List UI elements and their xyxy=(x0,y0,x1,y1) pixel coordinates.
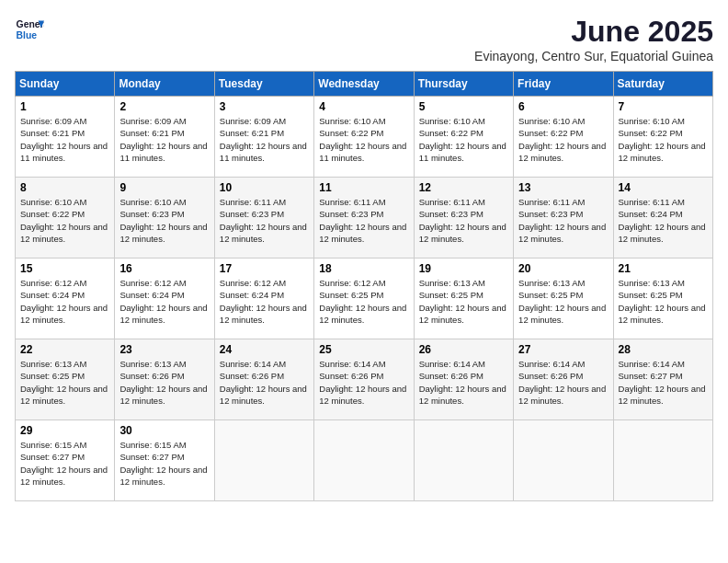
month-title: June 2025 xyxy=(474,15,713,49)
day-number: 4 xyxy=(319,100,408,113)
day-info: Sunrise: 6:14 AMSunset: 6:26 PMDaylight:… xyxy=(419,359,506,406)
day-number: 24 xyxy=(220,343,309,356)
day-number: 21 xyxy=(619,262,708,275)
calendar-cell: 10 Sunrise: 6:11 AMSunset: 6:23 PMDaylig… xyxy=(214,178,313,259)
day-number: 19 xyxy=(419,262,508,275)
calendar-header-thursday: Thursday xyxy=(414,72,513,97)
calendar-cell: 27 Sunrise: 6:14 AMSunset: 6:26 PMDaylig… xyxy=(514,339,613,420)
calendar-week-3: 15 Sunrise: 6:12 AMSunset: 6:24 PMDaylig… xyxy=(16,259,713,339)
day-number: 25 xyxy=(319,343,408,356)
day-info: Sunrise: 6:09 AMSunset: 6:21 PMDaylight:… xyxy=(20,116,108,163)
day-info: Sunrise: 6:09 AMSunset: 6:21 PMDaylight:… xyxy=(220,116,307,163)
day-info: Sunrise: 6:13 AMSunset: 6:26 PMDaylight:… xyxy=(119,359,207,406)
calendar-cell: 18 Sunrise: 6:12 AMSunset: 6:25 PMDaylig… xyxy=(314,259,414,339)
day-info: Sunrise: 6:14 AMSunset: 6:27 PMDaylight:… xyxy=(619,359,706,406)
calendar-cell: 24 Sunrise: 6:14 AMSunset: 6:26 PMDaylig… xyxy=(214,339,313,420)
day-number: 29 xyxy=(20,424,109,437)
day-info: Sunrise: 6:13 AMSunset: 6:25 PMDaylight:… xyxy=(20,359,108,406)
day-number: 17 xyxy=(220,262,309,275)
calendar-cell: 28 Sunrise: 6:14 AMSunset: 6:27 PMDaylig… xyxy=(613,339,712,420)
day-number: 5 xyxy=(419,100,508,113)
day-number: 18 xyxy=(319,262,408,275)
day-info: Sunrise: 6:11 AMSunset: 6:23 PMDaylight:… xyxy=(518,197,606,244)
day-info: Sunrise: 6:12 AMSunset: 6:24 PMDaylight:… xyxy=(20,278,108,325)
day-info: Sunrise: 6:10 AMSunset: 6:22 PMDaylight:… xyxy=(20,197,108,244)
day-number: 7 xyxy=(619,100,708,113)
calendar-header-row: SundayMondayTuesdayWednesdayThursdayFrid… xyxy=(16,72,713,97)
day-info: Sunrise: 6:15 AMSunset: 6:27 PMDaylight:… xyxy=(119,440,207,487)
calendar-cell: 11 Sunrise: 6:11 AMSunset: 6:23 PMDaylig… xyxy=(314,178,414,259)
calendar-header-sunday: Sunday xyxy=(16,72,115,97)
day-number: 26 xyxy=(419,343,508,356)
day-number: 3 xyxy=(220,100,309,113)
calendar-cell xyxy=(514,420,613,501)
calendar-cell: 17 Sunrise: 6:12 AMSunset: 6:24 PMDaylig… xyxy=(214,259,313,339)
day-info: Sunrise: 6:12 AMSunset: 6:24 PMDaylight:… xyxy=(220,278,307,325)
calendar-cell: 15 Sunrise: 6:12 AMSunset: 6:24 PMDaylig… xyxy=(16,259,115,339)
location-title: Evinayong, Centro Sur, Equatorial Guinea xyxy=(474,49,713,63)
calendar-cell: 22 Sunrise: 6:13 AMSunset: 6:25 PMDaylig… xyxy=(16,339,115,420)
day-info: Sunrise: 6:11 AMSunset: 6:23 PMDaylight:… xyxy=(419,197,506,244)
day-number: 22 xyxy=(20,343,109,356)
day-number: 11 xyxy=(319,181,408,194)
day-number: 14 xyxy=(619,181,708,194)
calendar-header-saturday: Saturday xyxy=(613,72,712,97)
day-info: Sunrise: 6:10 AMSunset: 6:22 PMDaylight:… xyxy=(619,116,706,163)
calendar-header-friday: Friday xyxy=(514,72,613,97)
svg-text:Blue: Blue xyxy=(17,30,38,40)
day-number: 12 xyxy=(419,181,508,194)
calendar-cell: 8 Sunrise: 6:10 AMSunset: 6:22 PMDayligh… xyxy=(16,178,115,259)
calendar-cell: 4 Sunrise: 6:10 AMSunset: 6:22 PMDayligh… xyxy=(314,97,414,178)
day-number: 8 xyxy=(20,181,109,194)
day-info: Sunrise: 6:12 AMSunset: 6:25 PMDaylight:… xyxy=(319,278,406,325)
calendar-cell: 5 Sunrise: 6:10 AMSunset: 6:22 PMDayligh… xyxy=(414,97,513,178)
calendar-cell: 16 Sunrise: 6:12 AMSunset: 6:24 PMDaylig… xyxy=(115,259,214,339)
day-number: 6 xyxy=(518,100,608,113)
header: General Blue June 2025 Evinayong, Centro… xyxy=(15,15,713,63)
calendar: SundayMondayTuesdayWednesdayThursdayFrid… xyxy=(15,71,713,501)
day-number: 15 xyxy=(20,262,109,275)
calendar-cell: 3 Sunrise: 6:09 AMSunset: 6:21 PMDayligh… xyxy=(214,97,313,178)
calendar-cell: 29 Sunrise: 6:15 AMSunset: 6:27 PMDaylig… xyxy=(16,420,115,501)
day-number: 10 xyxy=(220,181,309,194)
calendar-cell: 12 Sunrise: 6:11 AMSunset: 6:23 PMDaylig… xyxy=(414,178,513,259)
day-number: 9 xyxy=(119,181,209,194)
day-number: 30 xyxy=(119,424,209,437)
calendar-cell: 7 Sunrise: 6:10 AMSunset: 6:22 PMDayligh… xyxy=(613,97,712,178)
calendar-cell: 25 Sunrise: 6:14 AMSunset: 6:26 PMDaylig… xyxy=(314,339,414,420)
day-number: 23 xyxy=(119,343,209,356)
calendar-cell: 14 Sunrise: 6:11 AMSunset: 6:24 PMDaylig… xyxy=(613,178,712,259)
day-info: Sunrise: 6:13 AMSunset: 6:25 PMDaylight:… xyxy=(518,278,606,325)
calendar-cell: 1 Sunrise: 6:09 AMSunset: 6:21 PMDayligh… xyxy=(16,97,115,178)
calendar-cell xyxy=(613,420,712,501)
day-info: Sunrise: 6:14 AMSunset: 6:26 PMDaylight:… xyxy=(220,359,307,406)
calendar-cell: 6 Sunrise: 6:10 AMSunset: 6:22 PMDayligh… xyxy=(514,97,613,178)
calendar-cell xyxy=(414,420,513,501)
day-info: Sunrise: 6:15 AMSunset: 6:27 PMDaylight:… xyxy=(20,440,108,487)
day-info: Sunrise: 6:14 AMSunset: 6:26 PMDaylight:… xyxy=(518,359,606,406)
day-info: Sunrise: 6:12 AMSunset: 6:24 PMDaylight:… xyxy=(119,278,207,325)
day-info: Sunrise: 6:10 AMSunset: 6:22 PMDaylight:… xyxy=(518,116,606,163)
calendar-cell: 2 Sunrise: 6:09 AMSunset: 6:21 PMDayligh… xyxy=(115,97,214,178)
calendar-cell xyxy=(314,420,414,501)
day-number: 16 xyxy=(119,262,209,275)
day-info: Sunrise: 6:10 AMSunset: 6:23 PMDaylight:… xyxy=(119,197,207,244)
calendar-cell: 13 Sunrise: 6:11 AMSunset: 6:23 PMDaylig… xyxy=(514,178,613,259)
day-info: Sunrise: 6:10 AMSunset: 6:22 PMDaylight:… xyxy=(319,116,406,163)
logo-icon: General Blue xyxy=(15,15,44,44)
calendar-cell: 19 Sunrise: 6:13 AMSunset: 6:25 PMDaylig… xyxy=(414,259,513,339)
calendar-cell: 9 Sunrise: 6:10 AMSunset: 6:23 PMDayligh… xyxy=(115,178,214,259)
day-number: 13 xyxy=(518,181,608,194)
calendar-week-5: 29 Sunrise: 6:15 AMSunset: 6:27 PMDaylig… xyxy=(16,420,713,501)
day-number: 28 xyxy=(619,343,708,356)
title-area: June 2025 Evinayong, Centro Sur, Equator… xyxy=(474,15,713,63)
calendar-cell: 21 Sunrise: 6:13 AMSunset: 6:25 PMDaylig… xyxy=(613,259,712,339)
calendar-week-2: 8 Sunrise: 6:10 AMSunset: 6:22 PMDayligh… xyxy=(16,178,713,259)
day-info: Sunrise: 6:09 AMSunset: 6:21 PMDaylight:… xyxy=(119,116,207,163)
day-info: Sunrise: 6:11 AMSunset: 6:23 PMDaylight:… xyxy=(220,197,307,244)
calendar-week-1: 1 Sunrise: 6:09 AMSunset: 6:21 PMDayligh… xyxy=(16,97,713,178)
day-number: 1 xyxy=(20,100,109,113)
calendar-header-monday: Monday xyxy=(115,72,214,97)
day-number: 2 xyxy=(119,100,209,113)
day-info: Sunrise: 6:14 AMSunset: 6:26 PMDaylight:… xyxy=(319,359,406,406)
